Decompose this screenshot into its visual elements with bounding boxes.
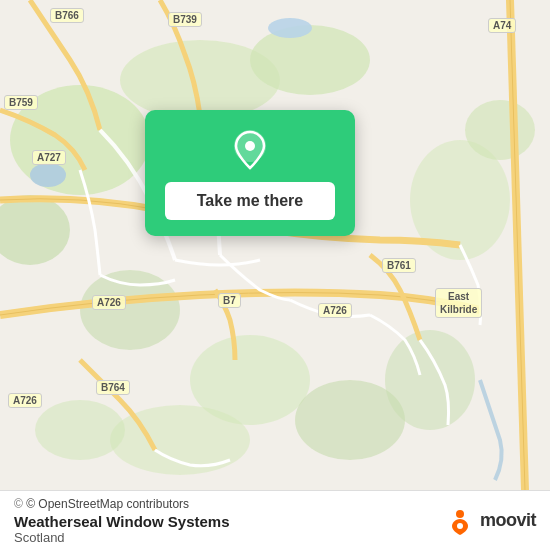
location-pin-icon (228, 128, 272, 172)
attribution-text: © © OpenStreetMap contributors (14, 497, 230, 511)
moovit-icon (444, 505, 476, 537)
svg-point-12 (35, 400, 125, 460)
road-label-b766: B766 (50, 8, 84, 23)
road-label-b759: B759 (4, 95, 38, 110)
svg-point-10 (385, 330, 475, 430)
svg-point-4 (250, 25, 370, 95)
svg-point-16 (245, 141, 255, 151)
location-title: Weatherseal Window Systems (14, 513, 230, 530)
road-label-a727-1: A727 (32, 150, 66, 165)
svg-point-18 (456, 510, 464, 518)
road-label-b764: B764 (96, 380, 130, 395)
popup-card: Take me there (145, 110, 355, 236)
road-label-east-kilbride: EastKilbride (435, 288, 482, 318)
moovit-logo: moovit (444, 505, 536, 537)
moovit-brand-text: moovit (480, 510, 536, 531)
footer-left: © © OpenStreetMap contributors Weatherse… (14, 497, 230, 545)
location-subtitle: Scotland (14, 530, 230, 545)
road-label-a726-2: A726 (318, 303, 352, 318)
svg-point-13 (30, 163, 66, 187)
footer: © © OpenStreetMap contributors Weatherse… (0, 490, 550, 550)
svg-point-9 (465, 100, 535, 160)
attribution-label: © OpenStreetMap contributors (26, 497, 189, 511)
road-label-a74: A74 (488, 18, 516, 33)
map-background (0, 0, 550, 490)
road-label-a726-3: A726 (8, 393, 42, 408)
svg-point-19 (457, 523, 463, 529)
road-label-a726-1: A726 (92, 295, 126, 310)
map-container: B766 B739 A74 B759 A727 A727 A726 B7 B76… (0, 0, 550, 490)
svg-point-14 (268, 18, 312, 38)
road-label-b739: B739 (168, 12, 202, 27)
copyright-symbol: © (14, 497, 23, 511)
road-label-b70: B7 (218, 293, 241, 308)
take-me-there-button[interactable]: Take me there (165, 182, 335, 220)
road-label-b761: B761 (382, 258, 416, 273)
